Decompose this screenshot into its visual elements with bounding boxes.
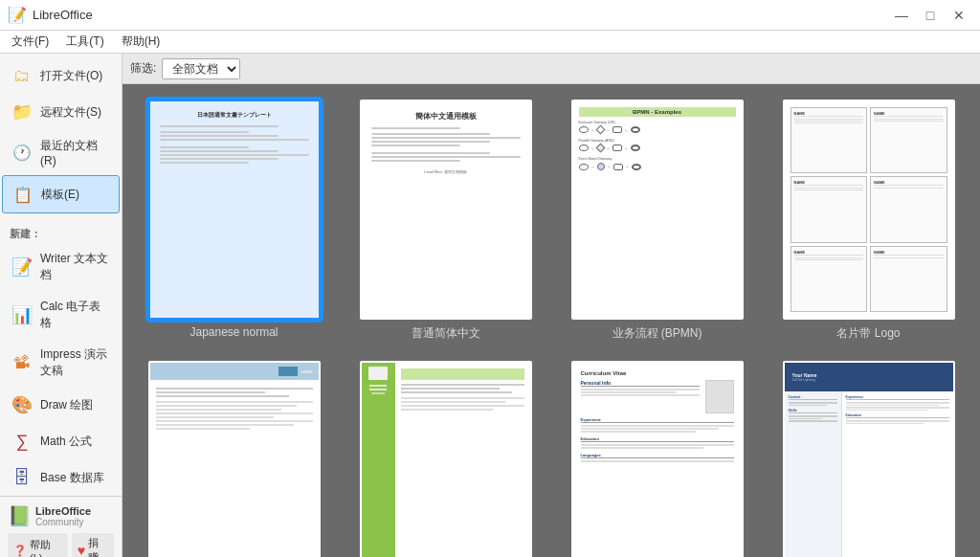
- template-icon: 📋: [12, 184, 33, 205]
- new-section-label: 新建：: [0, 221, 122, 243]
- template-thumb-bizcard: NAME NAME NAME: [783, 100, 955, 320]
- folder-remote-icon: 📁: [11, 101, 33, 123]
- clock-icon: 🕐: [11, 143, 33, 164]
- template-thumb-modern-letter-no-indent: LOGO: [148, 361, 321, 557]
- folder-open-icon: 🗂: [11, 65, 33, 86]
- app-logo-icon: 📝: [8, 6, 27, 24]
- sidebar-open-label: 打开文件(O): [40, 68, 102, 84]
- template-thumb-cv: Curriculum Vitae Personal Info Expe: [571, 361, 744, 557]
- donate-label: 捐赠: [88, 536, 108, 557]
- calc-icon: 📊: [11, 304, 33, 325]
- sidebar-item-recent[interactable]: 🕐 最近的文档(R): [2, 130, 120, 175]
- sidebar-impress-label: Impress 演示文稿: [40, 346, 110, 379]
- template-item-resume[interactable]: Your Name Job Title Lightning Contact Sk…: [772, 361, 965, 557]
- sidebar-item-calc[interactable]: 📊 Calc 电子表格: [2, 291, 120, 339]
- sidebar-remote-label: 远程文件(S): [40, 104, 101, 121]
- main-layout: 🗂 打开文件(O) 📁 远程文件(S) 🕐 最近的文档(R) 📋 模板(E) 新…: [0, 54, 980, 557]
- base-icon: 🗄: [11, 467, 33, 488]
- template-label-jp-normal: Japanese normal: [189, 325, 278, 339]
- minimize-button[interactable]: —: [888, 2, 915, 29]
- menu-file[interactable]: 文件(F): [4, 32, 56, 52]
- sidebar-item-math[interactable]: ∑ Math 公式: [2, 423, 120, 459]
- sidebar-item-base[interactable]: 🗄 Base 数据库: [2, 459, 120, 496]
- logo-sub: Community: [35, 517, 91, 527]
- title-bar-controls: — □ ✕: [888, 2, 972, 29]
- sidebar: 🗂 打开文件(O) 📁 远程文件(S) 🕐 最近的文档(R) 📋 模板(E) 新…: [0, 54, 122, 557]
- template-thumb-simplified-chinese: 簡体中文通用模板 LibreOffice 通用文档模板: [360, 100, 532, 320]
- maximize-button[interactable]: □: [917, 2, 944, 29]
- draw-icon: 🎨: [11, 394, 33, 415]
- sidebar-item-templates[interactable]: 📋 模板(E): [2, 175, 120, 213]
- menu-help[interactable]: 帮助(H): [114, 32, 168, 52]
- template-thumb-bpmn: BPMN - Examples Exclusive Gateway (OR) →…: [571, 100, 744, 320]
- sidebar-item-draw[interactable]: 🎨 Draw 绘图: [2, 387, 120, 423]
- sidebar-base-label: Base 数据库: [40, 470, 104, 486]
- template-item-cv[interactable]: Curriculum Vitae Personal Info Expe: [561, 361, 753, 557]
- filter-label: 筛选:: [130, 60, 156, 77]
- content-area: 筛选: 全部文档 Writer Calc Impress Draw Math B…: [122, 54, 980, 557]
- menu-tools[interactable]: 工具(T): [58, 32, 111, 52]
- template-item-bizcard[interactable]: NAME NAME NAME: [772, 100, 965, 342]
- template-label-bizcard: 名片带 Logo: [836, 325, 900, 342]
- logo-text: LibreOffice: [35, 505, 91, 517]
- sidebar-item-writer[interactable]: 📝 Writer 文本文档: [2, 243, 120, 291]
- heart-icon: ♥: [78, 543, 85, 557]
- help-button[interactable]: ❓ 帮助(L): [8, 533, 68, 557]
- template-thumb-modern-letter-indent: [360, 361, 532, 557]
- filter-select[interactable]: 全部文档 Writer Calc Impress Draw Math Base: [162, 58, 240, 79]
- donate-button[interactable]: ♥ 捐赠: [72, 533, 114, 557]
- sidebar-footer: 📗 LibreOffice Community ❓ 帮助(L) ♥ 捐赠: [0, 496, 122, 557]
- template-thumb-resume: Your Name Job Title Lightning Contact Sk…: [783, 361, 955, 557]
- impress-icon: 📽: [11, 352, 33, 373]
- title-bar: 📝 LibreOffice — □ ✕: [0, 0, 980, 31]
- filter-bar: 筛选: 全部文档 Writer Calc Impress Draw Math B…: [122, 54, 980, 84]
- template-item-modern-letter-indent[interactable]: 现代商务书信缩进衬线体: [349, 361, 542, 557]
- template-thumb-jp-normal: 日本語通常文書テンプレート: [148, 100, 321, 320]
- sidebar-calc-label: Calc 电子表格: [40, 299, 110, 331]
- title-bar-left: 📝 LibreOffice: [8, 6, 93, 24]
- sidebar-item-remote[interactable]: 📁 远程文件(S): [2, 94, 120, 130]
- menu-bar: 文件(F) 工具(T) 帮助(H): [0, 31, 980, 54]
- sidebar-draw-label: Draw 绘图: [40, 397, 93, 413]
- close-button[interactable]: ✕: [946, 2, 972, 29]
- help-icon: ❓: [13, 545, 27, 557]
- logo-icon: 📗: [8, 504, 32, 527]
- template-item-modern-letter-no-indent[interactable]: LOGO: [138, 361, 330, 557]
- footer-buttons: ❓ 帮助(L) ♥ 捐赠: [8, 533, 114, 557]
- libreoffice-logo: 📗 LibreOffice Community: [8, 504, 114, 527]
- sidebar-templates-label: 模板(E): [41, 187, 79, 203]
- help-label: 帮助(L): [30, 538, 62, 558]
- template-label-simplified-chinese: 普通简体中文: [412, 325, 480, 342]
- template-item-bpmn[interactable]: BPMN - Examples Exclusive Gateway (OR) →…: [561, 100, 753, 342]
- app-title: LibreOffice: [33, 8, 93, 22]
- template-label-bpmn: 业务流程 (BPMN): [612, 325, 702, 342]
- sidebar-item-open[interactable]: 🗂 打开文件(O): [2, 57, 120, 94]
- templates-grid: 日本語通常文書テンプレート Japan: [122, 84, 980, 557]
- math-icon: ∑: [11, 431, 33, 452]
- sidebar-recent-label: 最近的文档(R): [40, 138, 110, 167]
- template-item-simplified-chinese[interactable]: 簡体中文通用模板 LibreOffice 通用文档模板: [349, 100, 542, 342]
- sidebar-math-label: Math 公式: [40, 434, 92, 450]
- writer-icon: 📝: [11, 256, 33, 278]
- template-item-jp-normal[interactable]: 日本語通常文書テンプレート Japan: [138, 100, 330, 342]
- sidebar-item-impress[interactable]: 📽 Impress 演示文稿: [2, 339, 120, 387]
- sidebar-writer-label: Writer 文本文档: [40, 251, 110, 283]
